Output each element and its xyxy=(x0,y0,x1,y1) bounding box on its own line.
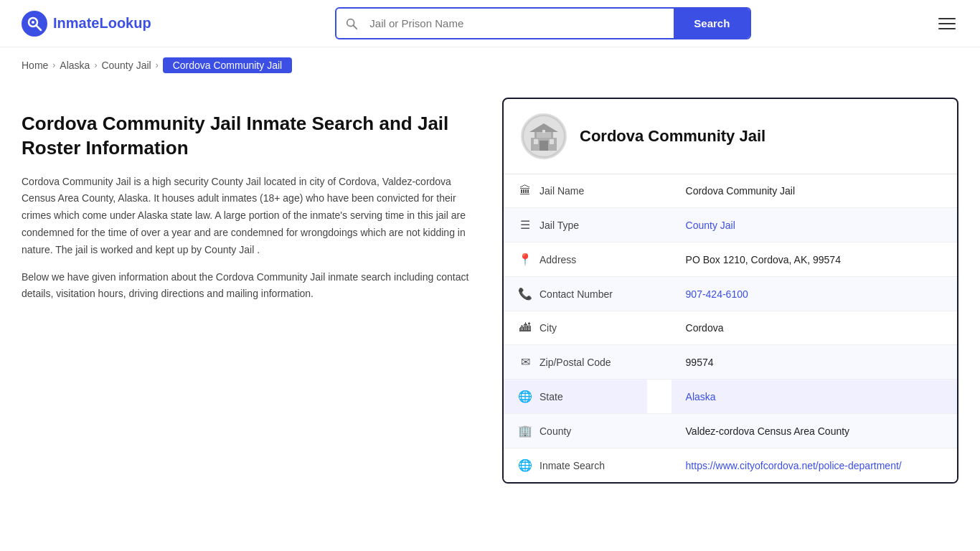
table-value-cell: https://www.cityofcordova.net/police-dep… xyxy=(672,448,957,483)
svg-rect-12 xyxy=(542,130,545,133)
svg-rect-9 xyxy=(540,141,548,151)
row-label: Contact Number xyxy=(540,288,613,300)
row-icon: 📞 xyxy=(518,287,532,301)
row-icon: ✉ xyxy=(518,355,532,369)
logo-text: InmateLookup xyxy=(53,15,151,32)
svg-rect-13 xyxy=(534,132,537,138)
svg-line-4 xyxy=(354,25,357,29)
breadcrumb-alaska[interactable]: Alaska xyxy=(60,60,90,71)
logo[interactable]: InmateLookup xyxy=(22,11,151,37)
table-value-link[interactable]: Alaska xyxy=(686,391,716,402)
search-bar: Search xyxy=(335,7,751,39)
table-label-cell: 📍Address xyxy=(504,242,647,276)
search-input[interactable] xyxy=(367,9,674,38)
breadcrumb-sep: › xyxy=(156,60,159,70)
breadcrumb: Home › Alaska › County Jail › Cordova Co… xyxy=(0,47,980,83)
table-value-cell: Alaska xyxy=(672,380,957,414)
row-label: Address xyxy=(540,254,576,265)
svg-rect-14 xyxy=(551,132,553,138)
row-icon: 📍 xyxy=(518,253,532,266)
svg-rect-11 xyxy=(550,139,554,144)
header: InmateLookup Search xyxy=(0,0,980,47)
svg-line-1 xyxy=(37,25,42,30)
table-label-cell: 🌐Inmate Search xyxy=(504,448,647,482)
row-label: Inmate Search xyxy=(540,460,605,471)
svg-rect-7 xyxy=(535,132,552,138)
table-label-cell: 🏛Jail Name xyxy=(504,174,647,207)
row-label: Zip/Postal Code xyxy=(540,357,611,368)
left-column: Cordova Community Jail Inmate Search and… xyxy=(22,98,481,484)
info-table: 🏛Jail NameCordova Community Jail☰Jail Ty… xyxy=(504,174,957,482)
breadcrumb-sep: › xyxy=(52,60,55,70)
row-label: County xyxy=(540,425,571,437)
row-label: Jail Name xyxy=(540,185,584,197)
row-icon: 🌐 xyxy=(518,458,532,472)
svg-point-2 xyxy=(32,21,34,24)
table-value-link[interactable]: https://www.cityofcordova.net/police-dep… xyxy=(686,460,902,471)
row-label: Jail Type xyxy=(540,220,579,231)
table-label-cell: 📞Contact Number xyxy=(504,277,647,311)
row-icon: 🌐 xyxy=(518,390,532,403)
table-value-link[interactable]: County Jail xyxy=(686,220,735,231)
table-value-cell: Valdez-cordova Census Area County xyxy=(672,414,957,448)
row-label: City xyxy=(540,322,557,334)
logo-icon xyxy=(22,11,47,37)
table-label-cell: ☰Jail Type xyxy=(504,208,647,242)
table-value-link[interactable]: 907-424-6100 xyxy=(686,288,748,300)
table-value-cell: County Jail xyxy=(672,208,957,242)
table-value-cell: Cordova Community Jail xyxy=(672,174,957,208)
hamburger-line xyxy=(938,23,956,24)
table-label-cell: ✉Zip/Postal Code xyxy=(504,345,647,379)
page-title: Cordova Community Jail Inmate Search and… xyxy=(22,112,481,161)
breadcrumb-sep: › xyxy=(94,60,97,70)
breadcrumb-current: Cordova Community Jail xyxy=(163,57,293,73)
table-value-cell: 907-424-6100 xyxy=(672,277,957,311)
row-icon: ☰ xyxy=(518,218,532,232)
breadcrumb-home[interactable]: Home xyxy=(22,60,48,71)
search-button[interactable]: Search xyxy=(674,9,750,38)
row-icon: 🏢 xyxy=(518,424,532,438)
table-value-cell: PO Box 1210, Cordova, AK, 99574 xyxy=(672,242,957,277)
main-content: Cordova Community Jail Inmate Search and… xyxy=(0,83,980,512)
table-value-cell: Cordova xyxy=(672,311,957,345)
jail-avatar xyxy=(521,113,567,159)
hamburger-line xyxy=(938,18,956,19)
table-label-cell: 🌐State xyxy=(504,380,647,413)
table-label-cell: 🏢County xyxy=(504,414,647,448)
hamburger-line xyxy=(938,28,956,29)
jail-card: Cordova Community Jail 🏛Jail NameCordova… xyxy=(502,98,958,484)
svg-rect-10 xyxy=(534,139,538,144)
jail-card-title: Cordova Community Jail xyxy=(580,127,765,146)
right-column: Cordova Community Jail 🏛Jail NameCordova… xyxy=(502,98,958,484)
description-para1: Cordova Community Jail is a high securit… xyxy=(22,174,481,259)
search-icon xyxy=(336,17,367,30)
menu-button[interactable] xyxy=(936,15,958,32)
row-icon: 🏙 xyxy=(518,321,532,334)
description-para2: Below we have given information about th… xyxy=(22,269,481,303)
breadcrumb-county-jail[interactable]: County Jail xyxy=(101,60,151,71)
row-label: State xyxy=(540,391,563,402)
table-value-cell: 99574 xyxy=(672,345,957,380)
table-label-cell: 🏙City xyxy=(504,311,647,344)
row-icon: 🏛 xyxy=(518,184,532,197)
jail-card-header: Cordova Community Jail xyxy=(504,99,957,174)
